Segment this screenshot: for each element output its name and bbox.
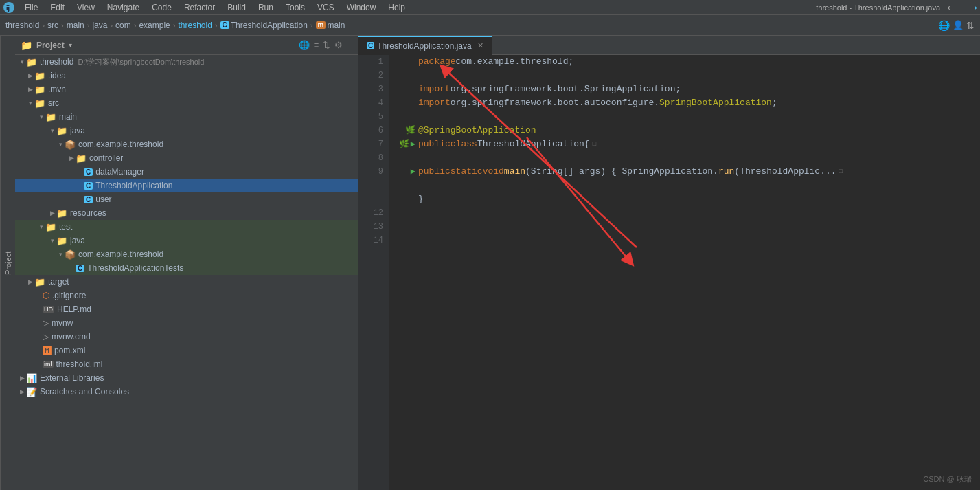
tree-item-external-libs[interactable]: ▶ 📊 External Libraries	[15, 371, 358, 385]
expand-arrow[interactable]: ▾	[48, 237, 56, 244]
tree-item-user[interactable]: C user	[15, 192, 358, 206]
menu-refactor[interactable]: Refactor	[179, 0, 220, 15]
crumb-threshold2[interactable]: threshold	[178, 21, 212, 30]
folder-icon: 📁	[56, 208, 67, 219]
sidebar: 📁 Project ▾ 🌐 ≡ ⇅ ⚙ − ▾ 📁 threshold D:\学…	[15, 36, 358, 490]
tree-item-pomxml[interactable]: 🅼 pom.xml	[15, 344, 358, 357]
tree-item-src[interactable]: ▾ 📁 src	[15, 96, 358, 110]
expand-arrow[interactable]: ▶	[26, 278, 34, 285]
menu-edit[interactable]: Edit	[45, 0, 70, 15]
tree-item-threshold-tests[interactable]: C ThresholdApplicationTests	[15, 261, 358, 275]
expand-arrow[interactable]: ▾	[26, 100, 34, 107]
breadcrumb-nav-icon[interactable]: ⇅	[966, 20, 975, 31]
minimize-icon[interactable]: −	[347, 40, 352, 50]
tree-item-datamanager[interactable]: C dataManager	[15, 165, 358, 179]
code-container: 1 2 3 4 5 6 7 8 9 12 13 14 package com	[358, 55, 980, 490]
folder-icon: 📁	[45, 112, 56, 122]
tree-item-iml[interactable]: iml threshold.iml	[15, 357, 358, 371]
tree-item-package-test[interactable]: ▾ 📦 com.example.threshold	[15, 247, 358, 261]
menu-file[interactable]: File	[19, 0, 43, 15]
tree-item-threshold[interactable]: ▾ 📁 threshold D:\学习案例\springbootDom\thre…	[15, 55, 358, 69]
class-icon: C	[84, 182, 93, 190]
crumb-class-icon: C	[220, 21, 229, 29]
menu-tools[interactable]: Tools	[280, 0, 310, 15]
class-icon: C	[84, 196, 93, 203]
code-line-7: 🌿 ▶ public class ThresholdApplication { …	[395, 137, 975, 151]
fold-icon[interactable]: □	[839, 165, 843, 179]
folder-icon: 📁	[45, 222, 56, 232]
tree-item-target[interactable]: ▶ 📁 target	[15, 275, 358, 289]
expand-arrow[interactable]: ▶	[18, 375, 26, 381]
tree-label: mvnw	[52, 318, 73, 328]
tree-label: dataManager	[95, 167, 144, 177]
tree-item-gitignore[interactable]: ⬡ .gitignore	[15, 289, 358, 302]
tab-close-icon[interactable]: ✕	[477, 41, 483, 50]
expand-arrow[interactable]: ▾	[37, 223, 45, 230]
tree-label: threshold.iml	[56, 359, 103, 369]
crumb-main[interactable]: main	[67, 21, 84, 30]
tree-item-helpmd[interactable]: HD HELP.md	[15, 302, 358, 316]
dropdown-icon[interactable]: ▾	[69, 41, 72, 49]
fold-icon[interactable]: □	[593, 137, 596, 151]
crumb-com[interactable]: com	[115, 21, 131, 30]
tree-item-resources[interactable]: ▶ 📁 resources	[15, 206, 358, 220]
expand-arrow[interactable]: ▶	[26, 86, 34, 93]
crumb-java[interactable]: java	[92, 21, 107, 30]
menu-help[interactable]: Help	[383, 0, 411, 15]
expand-icon[interactable]: ⇅	[323, 40, 330, 50]
tree-item-test[interactable]: ▾ 📁 test	[15, 220, 358, 234]
tree-item-mvnwcmd[interactable]: ▷ mvnw.cmd	[15, 330, 358, 344]
tree-item-threshold-app[interactable]: C ThresholdApplication	[15, 179, 358, 192]
expand-arrow[interactable]: ▶	[18, 388, 26, 395]
crumb-main[interactable]: main	[327, 21, 345, 30]
collapse-all-icon[interactable]: ≡	[314, 40, 319, 50]
expand-arrow[interactable]: ▶	[48, 210, 56, 216]
main-layout: Project 📁 Project ▾ 🌐 ≡ ⇅ ⚙ − ▾ 📁 thresh…	[0, 36, 980, 490]
folder-icon: 📁	[21, 40, 32, 51]
expand-arrow[interactable]: ▶	[67, 155, 76, 162]
expand-arrow[interactable]: ▾	[48, 127, 56, 134]
scope-icon[interactable]: 🌐	[299, 40, 310, 50]
expand-arrow[interactable]: ▾	[37, 113, 45, 120]
crumb-threshold[interactable]: threshold	[5, 21, 39, 30]
expand-arrow[interactable]: ▶	[26, 72, 34, 79]
code-editor[interactable]: package com.example.threshold; import or…	[389, 55, 980, 490]
folder-icon: 📁	[56, 236, 67, 246]
tree-label: test	[59, 222, 72, 232]
expand-arrow[interactable]: ▾	[56, 141, 65, 148]
git-icon: ⬡	[43, 291, 49, 300]
spring-run-icon[interactable]: 🌿	[399, 137, 409, 151]
package-icon: 📦	[65, 140, 76, 150]
tree-item-java[interactable]: ▾ 📁 java	[15, 124, 358, 137]
breadcrumb-globe-icon[interactable]: 🌐	[938, 20, 950, 31]
menu-run[interactable]: Run	[253, 0, 279, 15]
tree-item-idea[interactable]: ▶ 📁 .idea	[15, 69, 358, 82]
run-icon[interactable]: ▶	[411, 165, 415, 179]
menu-build[interactable]: Build	[222, 0, 251, 15]
tree-item-scratches[interactable]: ▶ 📝 Scratches and Consoles	[15, 385, 358, 399]
crumb-src[interactable]: src	[47, 21, 58, 30]
run-icon[interactable]: ▶	[411, 137, 415, 151]
tree-item-main[interactable]: ▾ 📁 main	[15, 110, 358, 124]
crumb-example[interactable]: example	[139, 21, 170, 30]
tree-item-java-test[interactable]: ▾ 📁 java	[15, 234, 358, 247]
menu-code[interactable]: Code	[146, 0, 177, 15]
editor-tab-threshold[interactable]: C ThresholdApplication.java ✕	[358, 36, 492, 55]
settings-icon[interactable]: ⚙	[334, 40, 343, 50]
nav-back-icon[interactable]: ⟵	[947, 2, 961, 13]
tree-item-mvnw[interactable]: ▷ mvnw	[15, 316, 358, 330]
nav-forward-icon[interactable]: ⟶	[964, 2, 977, 13]
menu-navigate[interactable]: Navigate	[102, 0, 145, 15]
breadcrumb-user-icon[interactable]: 👤	[953, 20, 964, 31]
menu-window[interactable]: Window	[341, 0, 382, 15]
tree-item-package[interactable]: ▾ 📦 com.example.threshold	[15, 137, 358, 151]
menu-view[interactable]: View	[71, 0, 100, 15]
expand-arrow[interactable]: ▾	[56, 251, 65, 258]
menu-vcs[interactable]: VCS	[312, 0, 340, 15]
tree-item-mvn[interactable]: ▶ 📁 .mvn	[15, 82, 358, 96]
project-panel-label[interactable]: Project	[0, 36, 15, 490]
tree-item-controller[interactable]: ▶ 📁 controller	[15, 151, 358, 165]
expand-arrow[interactable]: ▾	[18, 58, 26, 65]
code-line-12	[395, 179, 975, 192]
crumb-ThresholdApplication[interactable]: ThresholdApplication	[231, 21, 308, 30]
